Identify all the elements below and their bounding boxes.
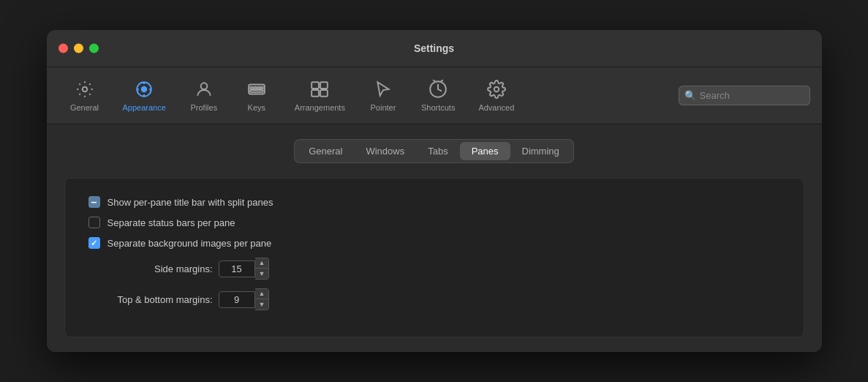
search-container: 🔍: [679, 86, 810, 105]
tab-panes[interactable]: Panes: [460, 142, 510, 160]
svg-point-3: [143, 82, 146, 84]
svg-point-5: [137, 88, 139, 90]
svg-rect-17: [320, 90, 328, 97]
minimize-button[interactable]: [74, 43, 83, 53]
svg-point-19: [494, 87, 499, 92]
keys-icon: [246, 79, 267, 100]
top-bottom-margins-increment[interactable]: ▲: [255, 289, 269, 299]
pointer-label: Pointer: [370, 103, 396, 112]
toolbar-item-appearance[interactable]: Appearance: [111, 73, 178, 118]
appearance-icon: [134, 79, 154, 100]
settings-window: Settings General: [47, 30, 822, 352]
separate-status-bars-label: Separate status bars per pane: [107, 217, 235, 228]
svg-point-4: [143, 94, 146, 97]
svg-rect-16: [312, 90, 320, 97]
svg-point-2: [142, 87, 147, 92]
separate-status-bars-row: Separate status bars per pane: [88, 217, 780, 228]
separate-background-images-checkbox[interactable]: ✓: [88, 237, 100, 249]
pane-settings: – Show per-pane title bar with split pan…: [64, 178, 804, 337]
side-margins-row: Side margins: ▲ ▼: [88, 258, 780, 280]
tab-windows[interactable]: Windows: [354, 142, 416, 160]
general-icon: [75, 79, 95, 100]
titlebar: Settings: [47, 30, 822, 67]
content-area: General Windows Tabs Panes Dimming – Sho…: [47, 124, 822, 352]
shortcuts-icon: [428, 79, 448, 100]
svg-rect-14: [312, 82, 320, 89]
show-per-pane-titlebar-row: – Show per-pane title bar with split pan…: [88, 196, 780, 208]
traffic-lights: [59, 43, 99, 53]
toolbar-item-keys[interactable]: Keys: [230, 73, 283, 118]
svg-point-7: [200, 83, 207, 89]
indeterminate-icon: –: [91, 197, 97, 207]
side-margins-label: Side margins:: [88, 263, 213, 274]
svg-rect-11: [257, 87, 260, 89]
appearance-label: Appearance: [123, 103, 166, 112]
tab-tabs[interactable]: Tabs: [416, 142, 459, 160]
pointer-icon: [373, 79, 393, 100]
subtabs: General Windows Tabs Panes Dimming: [294, 139, 574, 163]
window-title: Settings: [414, 42, 454, 54]
svg-rect-9: [250, 87, 252, 89]
top-bottom-margins-stepper: ▲ ▼: [219, 288, 270, 310]
side-margins-buttons: ▲ ▼: [255, 258, 270, 280]
close-button[interactable]: [59, 43, 68, 53]
toolbar-item-general[interactable]: General: [59, 73, 111, 118]
svg-point-0: [82, 87, 87, 92]
profiles-icon: [194, 79, 214, 100]
advanced-icon: [486, 79, 507, 100]
top-bottom-margins-row: Top & bottom margins: ▲ ▼: [88, 288, 780, 310]
side-margins-input[interactable]: [219, 261, 255, 277]
svg-rect-10: [254, 87, 256, 89]
toolbar: General Appearance: [47, 67, 822, 124]
top-bottom-margins-decrement[interactable]: ▼: [255, 299, 269, 310]
shortcuts-label: Shortcuts: [421, 103, 455, 112]
svg-point-6: [149, 88, 151, 90]
search-input[interactable]: [679, 86, 810, 105]
profiles-label: Profiles: [190, 103, 217, 112]
arrangements-label: Arrangements: [295, 103, 345, 112]
svg-rect-13: [250, 90, 263, 92]
show-per-pane-titlebar-label: Show per-pane title bar with split panes: [107, 197, 273, 208]
arrangements-icon: [309, 79, 330, 100]
separate-background-images-label: Separate background images per pane: [107, 238, 272, 249]
tab-general[interactable]: General: [297, 142, 354, 160]
top-bottom-margins-buttons: ▲ ▼: [255, 288, 270, 310]
general-label: General: [70, 103, 99, 112]
search-icon: 🔍: [684, 90, 696, 101]
toolbar-item-profiles[interactable]: Profiles: [178, 73, 230, 118]
toolbar-item-arrangements[interactable]: Arrangements: [283, 73, 357, 118]
separate-background-images-row: ✓ Separate background images per pane: [88, 237, 780, 249]
advanced-label: Advanced: [478, 103, 514, 112]
checkmark-icon: ✓: [91, 239, 97, 248]
toolbar-item-shortcuts[interactable]: Shortcuts: [410, 73, 467, 118]
keys-label: Keys: [248, 103, 265, 112]
toolbar-item-pointer[interactable]: Pointer: [357, 73, 410, 118]
top-bottom-margins-input[interactable]: [219, 291, 255, 308]
separate-status-bars-checkbox[interactable]: [88, 217, 100, 228]
toolbar-item-advanced[interactable]: Advanced: [467, 73, 526, 118]
tab-dimming[interactable]: Dimming: [510, 142, 571, 160]
side-margins-stepper: ▲ ▼: [219, 258, 270, 280]
svg-rect-12: [260, 87, 263, 89]
svg-rect-15: [320, 82, 328, 89]
fullscreen-button[interactable]: [89, 43, 99, 53]
show-per-pane-titlebar-checkbox[interactable]: –: [88, 196, 100, 208]
side-margins-increment[interactable]: ▲: [255, 258, 269, 269]
top-bottom-margins-label: Top & bottom margins:: [88, 294, 213, 305]
side-margins-decrement[interactable]: ▼: [255, 269, 269, 279]
